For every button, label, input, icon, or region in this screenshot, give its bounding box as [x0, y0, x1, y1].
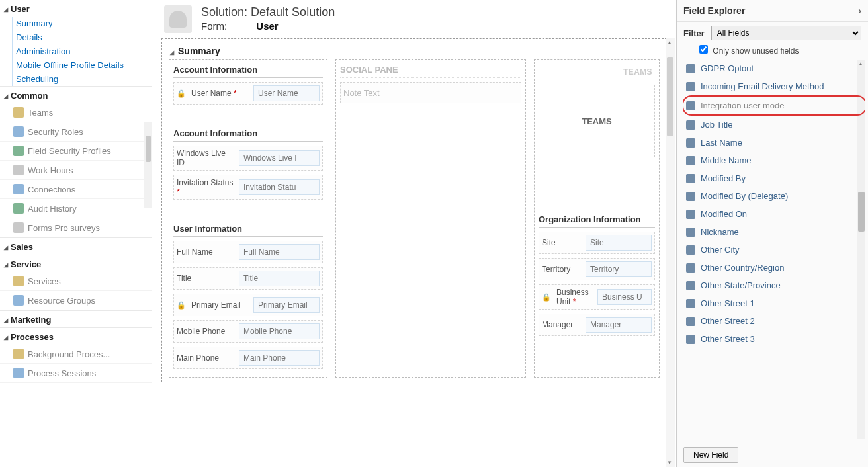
note-text-placeholder[interactable]: Note Text	[340, 82, 521, 103]
column-3[interactable]: TEAMS TEAMS Organization Information Sit…	[534, 59, 660, 378]
field-item-label: GDPR Optout	[701, 64, 754, 73]
field-item-integration-user-mode[interactable]: Integration user mode	[683, 97, 865, 114]
field-item-other-street-1[interactable]: Other Street 1	[683, 294, 865, 312]
field-item-other-street-3[interactable]: Other Street 3	[683, 330, 865, 348]
left-nav: User SummaryDetailsAdministrationMobile …	[0, 0, 152, 467]
section-account-info-1[interactable]: Account Information	[173, 64, 323, 78]
field-input[interactable]	[239, 244, 320, 260]
nav-link-scheduling[interactable]: Scheduling	[12, 72, 152, 86]
field-manager[interactable]: Manager	[539, 314, 655, 336]
nav-group-marketing[interactable]: Marketing	[0, 311, 152, 327]
collapse-icon[interactable]: ›	[858, 5, 861, 16]
field-item-last-name[interactable]: Last Name	[683, 134, 865, 151]
canvas-scroll[interactable]: Summary Account Information 🔒 User Name …	[152, 38, 676, 467]
field-input[interactable]	[586, 261, 652, 277]
nav-item-work-hours[interactable]: Work Hours	[0, 161, 152, 180]
field-list-scrollbar[interactable]	[857, 60, 865, 439]
column-2[interactable]: SOCIAL PANE Note Text	[335, 59, 526, 378]
field-invitation-status[interactable]: Invitation Status	[173, 175, 323, 200]
section-social-pane[interactable]: SOCIAL PANE	[340, 64, 521, 78]
field-input[interactable]	[253, 85, 320, 101]
field-item-gdpr-optout[interactable]: GDPR Optout	[683, 60, 865, 77]
field-input[interactable]	[239, 271, 320, 286]
field-windows-live-id[interactable]: Windows Live ID	[173, 146, 323, 171]
field-mobile-phone[interactable]: Mobile Phone	[173, 320, 323, 343]
nav-item-teams[interactable]: Teams	[0, 103, 152, 122]
field-input[interactable]	[597, 289, 652, 305]
field-primary-email[interactable]: 🔒 Primary Email	[173, 294, 323, 316]
field-main-phone[interactable]: Main Phone	[173, 347, 323, 369]
nav-item-label: Field Security Profiles	[28, 146, 111, 156]
nav-item-security-roles[interactable]: Security Roles	[0, 122, 152, 142]
field-item-other-state-province[interactable]: Other State/Province	[683, 276, 865, 294]
note-text-label: Note Text	[343, 88, 380, 98]
nav-item-background-proces-[interactable]: Background Proces...	[0, 345, 152, 364]
section-user-information[interactable]: User Information	[173, 222, 323, 237]
nav-link-administration[interactable]: Administration	[12, 44, 152, 58]
field-icon	[686, 299, 695, 308]
nav-entity-links: SummaryDetailsAdministrationMobile Offli…	[0, 17, 152, 86]
nav-group-common[interactable]: Common	[0, 87, 152, 103]
field-icon	[686, 228, 695, 237]
field-item-label: Integration user mode	[701, 101, 784, 110]
field-item-other-street-2[interactable]: Other Street 2	[683, 312, 865, 330]
field-territory[interactable]: Territory	[539, 258, 655, 280]
section-account-info-2[interactable]: Account Information	[173, 127, 323, 142]
nav-item-resource-groups[interactable]: Resource Groups	[0, 291, 152, 310]
nav-link-details[interactable]: Details	[12, 30, 152, 44]
field-title[interactable]: Title	[173, 267, 323, 290]
only-unused-checkbox[interactable]	[699, 45, 708, 54]
field-user-name[interactable]: 🔒 User Name	[173, 82, 323, 105]
field-item-middle-name[interactable]: Middle Name	[683, 151, 865, 169]
field-full-name[interactable]: Full Name	[173, 241, 323, 263]
field-item-label: Last Name	[701, 138, 742, 148]
nav-group-sales[interactable]: Sales	[0, 238, 152, 255]
field-input[interactable]	[239, 323, 320, 339]
column-1[interactable]: Account Information 🔒 User Name Account …	[169, 59, 327, 378]
field-input[interactable]	[253, 297, 320, 313]
filter-select[interactable]: All Fields	[711, 26, 861, 40]
field-item-modified-on[interactable]: Modified On	[683, 205, 865, 223]
field-input[interactable]	[586, 235, 652, 251]
nav-item-field-security-profiles[interactable]: Field Security Profiles	[0, 142, 152, 161]
field-input[interactable]	[239, 179, 320, 195]
field-item-modified-by-delegate-[interactable]: Modified By (Delegate)	[683, 187, 865, 205]
canvas-scrollbar[interactable]	[666, 38, 675, 467]
teams-subgrid[interactable]: TEAMS	[539, 85, 655, 157]
field-item-modified-by[interactable]: Modified By	[683, 169, 865, 187]
field-item-other-city[interactable]: Other City	[683, 241, 865, 259]
nav-item-label: Process Sessions	[28, 368, 96, 378]
field-input[interactable]	[239, 150, 320, 166]
new-field-button[interactable]: New Field	[683, 447, 738, 463]
nav-link-mobile-offline-profile-details[interactable]: Mobile Offline Profile Details	[12, 58, 152, 72]
field-list[interactable]: GDPR OptoutIncoming Email Delivery Metho…	[683, 60, 865, 439]
section-org-information[interactable]: Organization Information	[539, 213, 655, 228]
field-input[interactable]	[586, 317, 652, 333]
tab-summary[interactable]: Summary	[169, 43, 660, 59]
left-nav-scrollbar[interactable]	[144, 122, 152, 208]
field-item-incoming-email-delivery-method[interactable]: Incoming Email Delivery Method	[683, 77, 865, 95]
field-site[interactable]: Site	[539, 232, 655, 254]
field-item-job-title[interactable]: Job Title	[683, 116, 865, 134]
nav-item-process-sessions[interactable]: Process Sessions	[0, 364, 152, 383]
nav-item-services[interactable]: Services	[0, 272, 152, 291]
nav-item-forms-pro-surveys[interactable]: Forms Pro surveys	[0, 218, 152, 237]
field-item-nickname[interactable]: Nickname	[683, 223, 865, 241]
field-business-unit[interactable]: 🔒 Business Unit	[539, 284, 655, 310]
nav-item-label: Resource Groups	[28, 296, 95, 306]
field-icon	[686, 138, 695, 148]
entity-avatar-icon	[164, 5, 192, 33]
form-canvas[interactable]: Summary Account Information 🔒 User Name …	[161, 38, 667, 382]
field-item-label: Other State/Province	[701, 280, 781, 290]
field-item-other-country-region[interactable]: Other Country/Region	[683, 259, 865, 276]
nav-entity-title[interactable]: User	[0, 0, 152, 17]
nav-group-service[interactable]: Service	[0, 255, 152, 272]
field-label: Invitation Status	[177, 178, 235, 196]
nav-item-audit-history[interactable]: Audit History	[0, 199, 152, 218]
nav-item-label: Services	[28, 276, 61, 286]
field-input[interactable]	[239, 350, 320, 366]
nav-link-summary[interactable]: Summary	[12, 17, 152, 30]
nav-group-processes[interactable]: Processes	[0, 328, 152, 345]
nav-item-connections[interactable]: Connections	[0, 180, 152, 199]
field-icon	[686, 82, 695, 91]
